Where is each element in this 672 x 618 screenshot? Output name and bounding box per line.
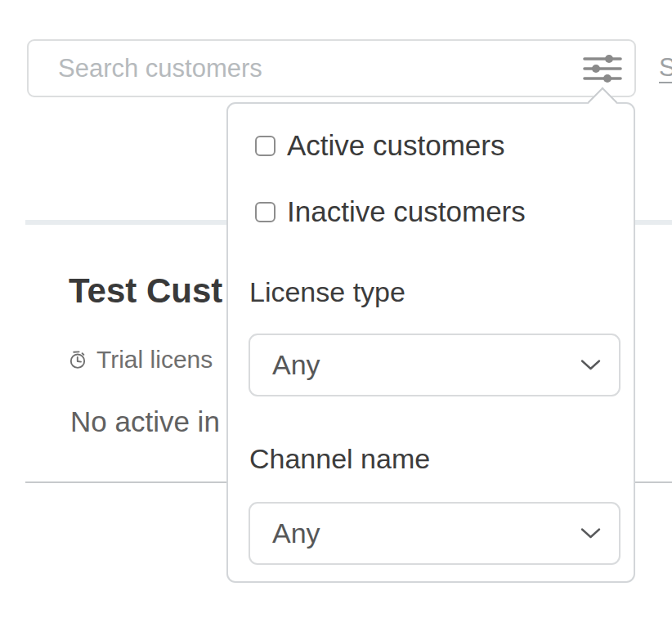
license-type-select[interactable]: Any [249, 334, 620, 396]
channel-name-select[interactable]: Any [249, 502, 620, 565]
search-box [27, 39, 636, 97]
channel-name-label: Channel name [249, 443, 430, 475]
search-input[interactable] [29, 41, 634, 96]
filter-button[interactable] [582, 51, 623, 87]
license-info-row: Trial licens [69, 346, 213, 374]
filter-popover: Active customers Inactive customers Lice… [226, 102, 635, 583]
active-customers-label: Active customers [287, 129, 504, 162]
trial-timer-icon [69, 351, 87, 369]
chevron-down-icon [580, 527, 601, 540]
customer-status-text: No active in [70, 405, 220, 438]
inactive-customers-option[interactable]: Inactive customers [255, 195, 526, 228]
inactive-customers-checkbox[interactable] [255, 202, 276, 222]
inactive-customers-label: Inactive customers [287, 195, 526, 228]
active-customers-option[interactable]: Active customers [255, 129, 504, 162]
license-type-label: License type [249, 276, 405, 308]
customer-name-heading: Test Cust [69, 271, 222, 311]
license-info-text: Trial licens [96, 346, 213, 374]
license-type-value: Any [272, 349, 320, 381]
filter-sliders-icon [583, 52, 622, 85]
chevron-down-icon [580, 359, 601, 371]
active-customers-checkbox[interactable] [255, 136, 276, 156]
channel-name-value: Any [272, 517, 320, 549]
truncated-link[interactable]: S [659, 53, 672, 83]
